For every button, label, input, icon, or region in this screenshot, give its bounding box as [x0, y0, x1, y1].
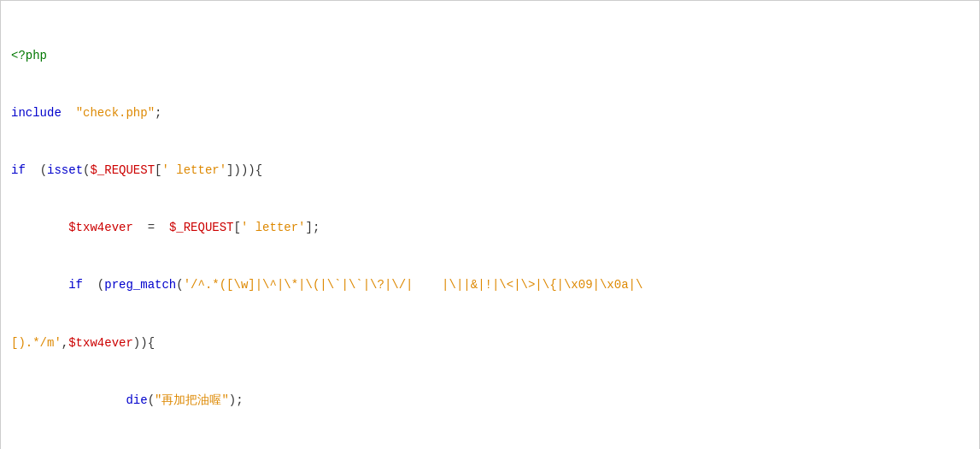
- line-1: <?php: [11, 46, 969, 65]
- line-6: [).*/m',$txw4ever)){: [11, 334, 969, 352]
- code-block: <?php include "check.php"; if (isset($_R…: [0, 0, 980, 449]
- line-5: if (preg_match('/^.*([\w]|\^|\*|\(|\`|\`…: [11, 275, 969, 294]
- line-7: die("再加把油喔");: [11, 391, 969, 410]
- line-4: $txw4ever = $_REQUEST[' letter'];: [11, 218, 969, 237]
- line-3: if (isset($_REQUEST[' letter']))){: [11, 161, 969, 180]
- line-2: include "check.php";: [11, 103, 969, 122]
